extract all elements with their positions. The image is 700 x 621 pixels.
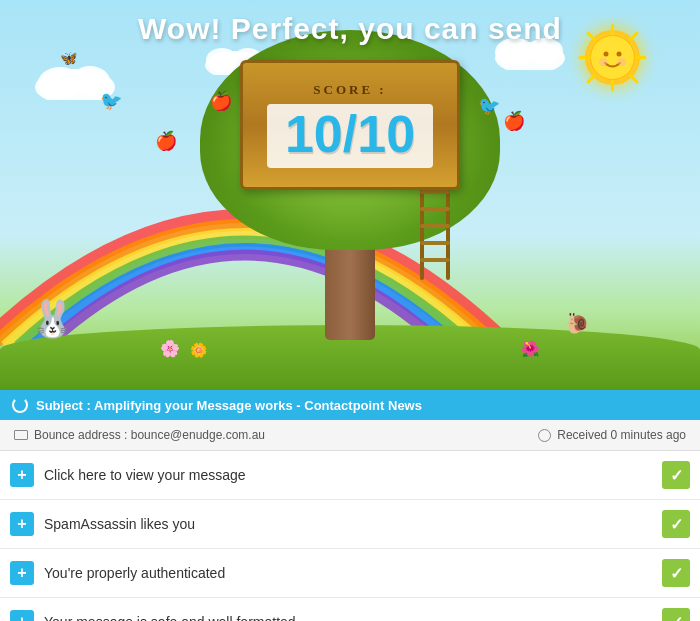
ladder-right-side [446,180,450,280]
check-item-3[interactable]: +Your message is safe and well formatted… [0,598,700,621]
flower-3-icon: 🌺 [521,340,540,358]
tick-icon-1: ✓ [662,510,690,538]
received-section: Received 0 minutes ago [538,428,686,442]
ladder-rung-2 [420,207,450,211]
plus-icon-1: + [10,512,34,536]
svg-point-11 [599,58,607,66]
check-item-text-3: Your message is safe and well formatted [44,614,652,621]
mail-icon [14,430,28,440]
check-item-0[interactable]: +Click here to view your message✓ [0,451,700,500]
ladder-decoration [420,180,450,280]
received-text: Received 0 minutes ago [557,428,686,442]
score-label: Score : [313,82,386,98]
butterfly-icon: 🦋 [60,50,77,66]
score-value: 10/10 [285,108,415,160]
tick-icon-2: ✓ [662,559,690,587]
ladder-left-side [420,180,424,280]
svg-point-12 [618,58,626,66]
tick-icon-3: ✓ [662,608,690,621]
bird-icon: 🐦 [100,90,122,112]
subject-text: Subject : Amplifying your Message works … [36,398,422,413]
ladder-rung-3 [420,224,450,228]
ladder-rung-4 [420,241,450,245]
flower-2-icon: 🌼 [190,342,207,358]
svg-point-9 [604,52,609,57]
check-list: +Click here to view your message✓+SpamAs… [0,451,700,621]
tree-decoration: Score : 10/10 [190,30,510,340]
plus-icon-3: + [10,610,34,621]
apple-left-icon: 🍎 [155,130,177,152]
flower-1-icon: 🌸 [160,339,180,358]
tick-icon-0: ✓ [662,461,690,489]
check-item-1[interactable]: +SpamAssassin likes you✓ [0,500,700,549]
apple-right-icon: 🍎 [503,110,525,132]
check-item-text-0: Click here to view your message [44,467,652,483]
svg-line-6 [631,76,637,82]
bounce-address-text: Bounce address : bounce@enudge.com.au [34,428,265,442]
clock-icon [538,429,551,442]
apple-top-icon: 🍎 [210,90,232,112]
bunny-icon: 🐰 [30,298,75,340]
snail-icon: 🐌 [565,311,590,335]
refresh-icon[interactable] [12,397,28,413]
plus-icon-2: + [10,561,34,585]
bird-2-icon: 🐦 [478,95,500,117]
page-title: Wow! Perfect, you can send [0,0,700,46]
score-white-bg: 10/10 [267,104,433,168]
check-item-2[interactable]: +You're properly authenticated✓ [0,549,700,598]
check-item-text-2: You're properly authenticated [44,565,652,581]
email-meta-row: Bounce address : bounce@enudge.com.au Re… [0,420,700,451]
ladder-rung-5 [420,258,450,262]
svg-line-8 [588,76,594,82]
plus-icon-0: + [10,463,34,487]
info-bar: Subject : Amplifying your Message works … [0,390,700,420]
score-sign: Score : 10/10 [240,60,460,190]
check-item-text-1: SpamAssassin likes you [44,516,652,532]
illustration-area: Wow! Perfect, you can send [0,0,700,390]
ladder-rung-1 [420,190,450,194]
bounce-address-section: Bounce address : bounce@enudge.com.au [14,428,265,442]
svg-point-10 [617,52,622,57]
